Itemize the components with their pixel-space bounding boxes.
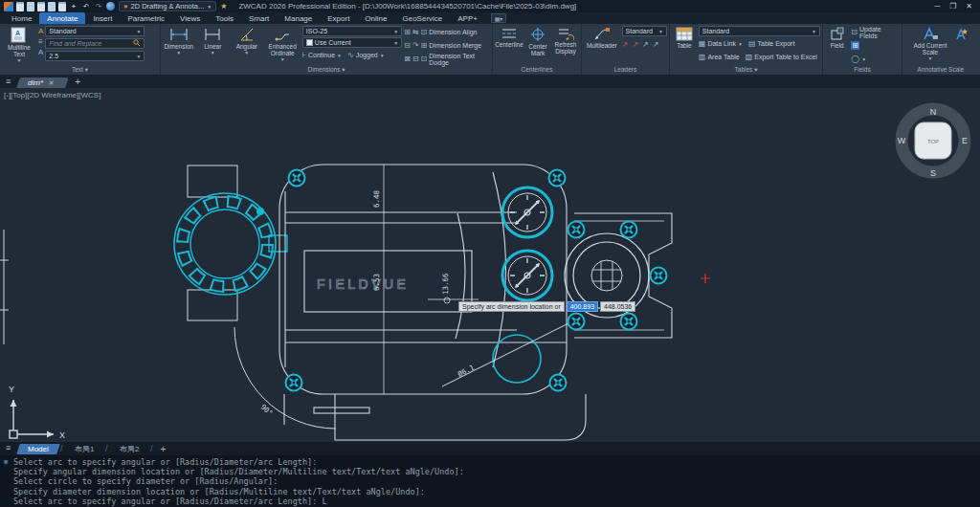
dim-reassoc-icon[interactable]: ↷ (412, 41, 419, 50)
linear-button[interactable]: Linear ▼ (197, 26, 230, 56)
command-history-icon[interactable]: ▣ (4, 457, 13, 467)
close-doc-icon[interactable]: ✕ (48, 79, 54, 86)
view-compass[interactable]: N E S W TOP (898, 107, 968, 178)
tab-manage[interactable]: Manage (277, 12, 320, 24)
ribbon-display-options[interactable]: ▦▾ (491, 13, 506, 23)
update-fields-button[interactable]: Update Fields (859, 26, 900, 39)
field-button[interactable]: Field (825, 26, 849, 49)
dimension-merge-button[interactable]: Dimension Merge (429, 42, 481, 49)
dim-oblique-icon[interactable]: ⊠ (404, 55, 411, 63)
close-button[interactable]: ✕ (966, 2, 972, 11)
tab-tools[interactable]: Tools (208, 12, 241, 24)
angular-button[interactable]: Angular ▼ (231, 26, 263, 56)
new-file-icon[interactable] (16, 2, 24, 11)
dimension-button[interactable]: Dimension ▼ (163, 26, 195, 56)
text-height-select[interactable]: 2.5▼ (45, 51, 145, 61)
open-file-icon[interactable] (27, 2, 34, 11)
dynamic-input: Specify arc dimension location or 400.89… (458, 301, 635, 312)
tab-annotate[interactable]: Annotate (39, 12, 85, 24)
tab-layout1[interactable]: 布局1 (62, 443, 105, 455)
panel-label-annotative[interactable]: Annotative Scale (902, 65, 979, 75)
plot-icon[interactable] (58, 2, 66, 11)
text-style-icon[interactable]: A (38, 27, 43, 35)
tab-model[interactable]: Model (16, 444, 59, 454)
drawing-canvas[interactable]: FIELDVUE Ø6.1 (0, 88, 980, 442)
maximize-button[interactable]: ❐ (949, 2, 956, 11)
mleader-style-select[interactable]: Standard▼ (622, 26, 667, 36)
tab-geoservice[interactable]: GeoService (394, 12, 450, 24)
enhanced-ordinate-button[interactable]: Enhanced Ordinate ▼ (265, 26, 301, 63)
export-table-excel-button[interactable]: Export Table to Excel (754, 54, 817, 60)
tab-export[interactable]: Export (320, 12, 357, 24)
dim-update-icon[interactable]: ⊟ (404, 41, 411, 50)
field-display-icon[interactable]: ⊞ (851, 41, 859, 50)
online-icon[interactable] (106, 2, 115, 11)
dynamic-input-value[interactable]: 400.893 (567, 301, 598, 312)
multiline-text-button[interactable]: A Multiline Text ▼ (2, 26, 36, 64)
panel-label-dimensions[interactable]: Dimensions ▾ (161, 65, 492, 75)
centerline-button[interactable]: Centerline (495, 26, 523, 48)
dynamic-input-angle[interactable]: 448.0536 (600, 301, 635, 312)
preview-icon[interactable]: ✦ (69, 2, 78, 11)
text-style-select[interactable]: Standard▼ (45, 26, 145, 36)
panel-label-leaders[interactable]: Leaders (582, 65, 669, 75)
tab-parametric[interactable]: Parametric (120, 12, 172, 24)
workspace-label: 2D Drafting & Annota... (131, 2, 205, 11)
panel-label-tables[interactable]: Tables ▾ (670, 65, 822, 75)
data-link-button[interactable]: Data Link (707, 40, 736, 47)
add-current-scale-button[interactable]: Add Current Scale ▼ (910, 26, 950, 62)
dim-space-icon[interactable]: ⇆ (412, 28, 419, 36)
area-table-button[interactable]: Area Table (707, 54, 739, 60)
table-export-button[interactable]: Table Export (757, 40, 794, 47)
star-icon[interactable]: ★ (220, 2, 227, 11)
workspace-switcher[interactable]: ● 2D Drafting & Annota... ▼ (119, 1, 216, 11)
tab-home[interactable]: Home (4, 12, 39, 24)
command-line[interactable]: ▣Select arc to specify angular or [Radiu… (0, 455, 980, 507)
table-icon (676, 27, 693, 41)
tab-smart[interactable]: Smart (241, 12, 277, 24)
dim-style-select[interactable]: ISO-25▼ (302, 26, 402, 36)
viewport-controls[interactable]: [-][Top][2D Wireframe][WCS] (4, 91, 100, 99)
tab-layout2[interactable]: 布局2 (107, 443, 150, 455)
dimension-align-button[interactable]: Dimension Align (429, 29, 477, 35)
panel-label-centerlines[interactable]: Centerlines (493, 65, 581, 75)
new-doc-icon[interactable]: + (75, 77, 80, 87)
table-style-select[interactable]: Standard▼ (699, 26, 820, 36)
panel-dimensions: Dimension ▼ Linear ▼ Angular ▼ (161, 24, 493, 75)
annotative-visibility-button[interactable] (952, 26, 971, 41)
field-convert-icon[interactable]: ◯ (851, 55, 859, 63)
leader-align-icon[interactable]: ↗ (642, 40, 649, 49)
multileader-button[interactable]: Multileader (584, 26, 620, 49)
dim-jogged-button[interactable]: Jogged (356, 52, 378, 58)
minimize-button[interactable]: ─ (934, 2, 940, 11)
dim-continue-button[interactable]: Continue (308, 52, 335, 58)
panel-label-fields[interactable]: Fields (823, 65, 902, 75)
doc-tab-dim[interactable]: dim*✕ (16, 77, 68, 88)
leader-add-icon[interactable]: ↗ (622, 40, 629, 49)
tab-views[interactable]: Views (172, 12, 208, 24)
refresh-display-button[interactable]: Refresh Display (552, 26, 579, 55)
command-input[interactable]: Select arc to specify angular or [Radius… (13, 496, 327, 506)
justify-icon[interactable]: ≡ (38, 37, 43, 46)
dim-break-icon[interactable]: ⊞ (404, 28, 411, 36)
dim-textedit-icon[interactable]: ⊟ (412, 55, 419, 63)
table-button[interactable]: Table (672, 26, 697, 49)
leader-remove-icon[interactable]: ↗ (632, 40, 638, 49)
panel-label-text[interactable]: Text ▾ (0, 65, 160, 75)
dim-scale-select[interactable]: Use Current▼ (302, 37, 402, 48)
redo-icon[interactable]: ↷ (94, 2, 103, 11)
undo-icon[interactable]: ↶ (81, 2, 91, 11)
text-height-icon[interactable]: A (38, 48, 43, 56)
tab-app-plus[interactable]: APP+ (450, 12, 485, 24)
center-mark-button[interactable]: Center Mark (525, 26, 550, 56)
find-replace-input[interactable]: Find and Replace (45, 38, 145, 49)
save-as-icon[interactable] (48, 2, 56, 11)
new-layout-icon[interactable]: + (161, 444, 167, 454)
layout-menu-icon[interactable]: ≡ (6, 443, 11, 452)
doc-menu-icon[interactable]: ≡ (6, 77, 11, 86)
leader-collect-icon[interactable]: ↗ (653, 40, 659, 49)
dimension-text-dodge-button[interactable]: Dimension Text Dodge (429, 53, 490, 66)
tab-online[interactable]: Online (357, 12, 394, 24)
tab-insert[interactable]: Insert (85, 12, 120, 24)
save-icon[interactable] (37, 2, 45, 11)
